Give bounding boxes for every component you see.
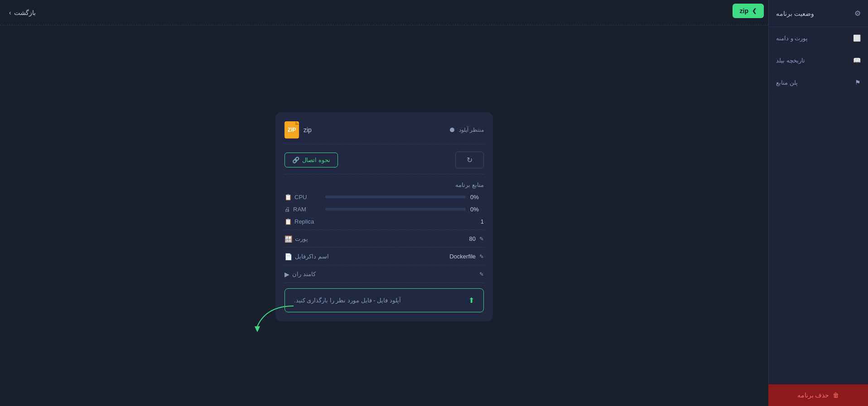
trash-icon: 🗑 [833,392,839,399]
ram-label-text: RAM [293,206,306,213]
replica-value: 1 [481,218,484,225]
app-card: منتظر آپلود zip ZIP ↻ نحوه اتصال 🔗 [275,112,493,321]
main-content: منتظر آپلود zip ZIP ↻ نحوه اتصال 🔗 [0,27,768,406]
card-header-right: منتظر آپلود [450,127,484,133]
link-icon: 🔗 [292,157,299,163]
ram-progress-bar [325,208,466,210]
sidebar-item-build-history[interactable]: 📖 تاریخچه بیلد [769,49,868,72]
back-label: بازگشت [14,9,36,16]
ram-row: 0% RAM 🖨 [285,206,484,213]
card-header: منتظر آپلود zip ZIP [285,121,484,144]
run-right: کامند ران ▶ [285,271,316,278]
book-icon: 📖 [853,57,861,64]
port-field-icon: 🪟 [285,235,292,243]
top-bar-right: بازگشت › [9,9,36,16]
ram-icon: 🖨 [285,206,290,213]
svg-marker-0 [255,326,260,332]
right-sidebar: ❯ zip ⚙ وضعیت برنامه ⬜ پورت و دامنه 📖 تا… [768,0,868,406]
dockerfile-left: ✎ Dockerfile [449,253,484,260]
run-edit-icon[interactable]: ✎ [479,271,484,277]
waiting-text: منتظر آپلود [459,127,484,133]
ram-label: RAM 🖨 [285,206,321,213]
dockerfile-label-text: اسم داکرفایل [295,253,329,260]
port-left: ✎ 80 [469,235,484,242]
run-left: ✎ [476,271,484,277]
sidebar-port-label: پورت و دامنه [776,35,808,42]
cpu-row: 0% CPU 📋 [285,194,484,201]
card-actions: ↻ نحوه اتصال 🔗 [285,152,484,174]
arrow-svg [239,301,303,333]
resources-title: منابع برنامه [285,182,484,188]
cpu-progress-bar [325,196,466,198]
run-icon: ▶ [285,271,289,278]
port-row: ✎ 80 پورت 🪟 [285,235,484,248]
dockerfile-value: Dockerfile [449,253,476,260]
dockerfile-edit-icon[interactable]: ✎ [479,253,484,260]
port-edit-icon[interactable]: ✎ [479,236,484,242]
replica-label: Replica 📋 [285,218,314,225]
port-right: پورت 🪟 [285,235,308,243]
upload-text: آپلود فایل - فایل مورد نظر را بارگذاری ک… [294,297,401,304]
status-dot [450,128,454,132]
connect-button[interactable]: نحوه اتصال 🔗 [285,153,338,167]
run-row: ✎ کامند ران ▶ [285,271,484,283]
header-zip: zip ZIP [285,121,312,139]
arrow-indicator [239,301,303,335]
window-icon: ⬜ [853,34,861,42]
replica-label-text: Replica [294,218,314,225]
sidebar-title: وضعیت برنامه [776,10,814,17]
port-label-text: پورت [295,235,308,242]
gear-icon[interactable]: ⚙ [854,9,861,18]
dockerfile-right: اسم داکرفایل 📄 [285,253,329,260]
zip-chevron-icon: ❯ [752,8,757,14]
sidebar-header: ⚙ وضعیت برنامه [769,0,868,27]
delete-label: حذف برنامه [797,392,829,399]
reload-button[interactable]: ↻ [455,152,484,168]
cpu-value: 0% [470,194,484,201]
zip-button[interactable]: ❯ zip [733,4,764,18]
flag-icon: ⚑ [855,79,861,86]
sidebar-build-label: تاریخچه بیلد [776,57,805,64]
cpu-icon: 📋 [285,194,292,201]
sidebar-item-port-domain[interactable]: ⬜ پورت و دامنه [769,27,868,49]
upload-icon: ⬆ [468,296,474,305]
replica-icon: 📋 [285,218,292,225]
cpu-label-text: CPU [294,194,307,201]
sidebar-item-plan[interactable]: ⚑ پلن منابع [769,72,868,94]
zip-button-label: zip [740,7,748,14]
port-value: 80 [469,235,476,242]
delete-button[interactable]: 🗑 حذف برنامه [768,384,868,406]
replica-row: 1 Replica 📋 [285,218,484,230]
sidebar-plan-label: پلن منابع [776,79,798,86]
dockerfile-row: ✎ Dockerfile اسم داکرفایل 📄 [285,253,484,265]
run-label-text: کامند ران [292,271,316,277]
ram-value: 0% [470,206,484,213]
dockerfile-icon: 📄 [285,253,292,260]
connect-button-label: نحوه اتصال [302,157,330,163]
cpu-label: CPU 📋 [285,194,321,201]
zip-file-icon: ZIP [285,121,299,139]
zip-label: zip [304,126,312,134]
back-chevron-icon[interactable]: › [9,9,11,16]
upload-area[interactable]: ⬆ آپلود فایل - فایل مورد نظر را بارگذاری… [285,288,484,312]
